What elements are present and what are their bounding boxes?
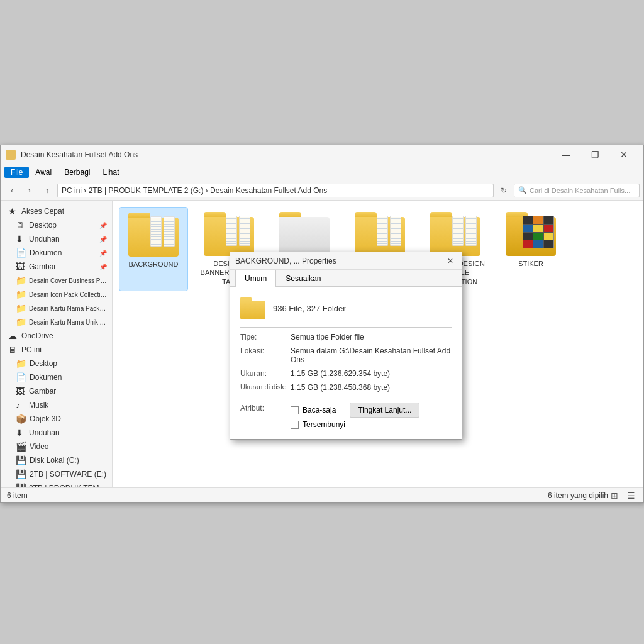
dialog-tab-sesuaikan[interactable]: Sesuaikan [276,270,330,287]
tingkat-lanjut-button[interactable]: Tingkat Lanjut... [350,402,419,418]
dialog-tab-umum[interactable]: Umum [235,270,276,287]
dialog-value-ukuran: 1,15 GB (1.236.629.354 byte) [291,369,452,378]
dialog-attr-row: Atribut: Baca-saja Tingkat Lanjut... Ter… [240,402,452,429]
dialog-folder-icon [240,297,265,319]
dialog-title: BACKGROUND, ... Properties [235,257,444,265]
dialog-content: 936 File, 327 Folder Tipe: Semua tipe Fo… [230,287,462,439]
dialog-row-lokasi: Lokasi: Semua dalam G:\Desain Kesahatan … [240,347,452,364]
dialog-tabs: Umum Sesuaikan [230,270,462,287]
checkbox-tersembunyi[interactable] [291,421,299,429]
desktop: Desain Kesahatan Fullset Add Ons — ❐ ✕ F… [0,0,644,644]
dialog-label-tipe: Tipe: [240,333,291,341]
checkbox-label-baca-saja: Baca-saja [303,406,336,414]
dialog-divider [240,327,452,328]
dialog-close-button[interactable]: ✕ [444,255,457,267]
dialog-file-count: 936 File, 327 Folder [273,304,346,313]
dialog-checkbox-tersembunyi: Tersembunyi [291,420,419,429]
dialog-label-ukuran: Ukuran: [240,369,291,378]
dialog-value-lokasi: Semua dalam G:\Desain Kesahatan Fullset … [291,347,452,364]
dialog-label-lokasi: Lokasi: [240,347,291,364]
dialog-value-ukuran-disk: 1,15 GB (1.238.458.368 byte) [291,383,452,392]
checkbox-label-tersembunyi: Tersembunyi [303,420,345,429]
dialog-value-tipe: Semua tipe Folder file [291,333,452,341]
dialog-row-ukuran-disk: Ukuran di disk: 1,15 GB (1.238.458.368 b… [240,383,452,392]
checkbox-baca-saja[interactable] [291,406,299,414]
dialog-divider2 [240,397,452,397]
properties-dialog: BACKGROUND, ... Properties ✕ Umum Sesuai… [230,252,462,440]
dialog-titlebar: BACKGROUND, ... Properties ✕ [230,252,462,270]
dialog-attr-options: Baca-saja Tingkat Lanjut... Tersembunyi [291,402,419,429]
dialog-overlay: BACKGROUND, ... Properties ✕ Umum Sesuai… [0,0,644,644]
dialog-row-tipe: Tipe: Semua tipe Folder file [240,333,452,341]
dialog-checkbox-baca-saja: Baca-saja Tingkat Lanjut... [291,402,419,418]
dialog-icon-row: 936 File, 327 Folder [240,297,452,319]
dialog-label-ukuran-disk: Ukuran di disk: [240,383,291,392]
dialog-row-ukuran: Ukuran: 1,15 GB (1.236.629.354 byte) [240,369,452,378]
dialog-attr-label: Atribut: [240,402,291,413]
